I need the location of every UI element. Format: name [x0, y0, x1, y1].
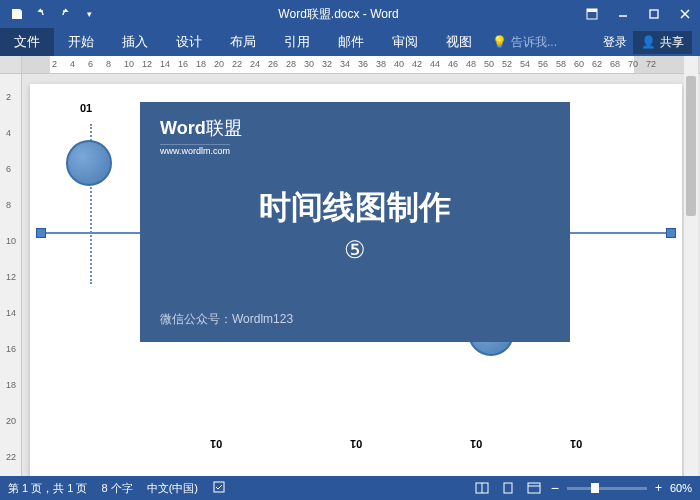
tab-view[interactable]: 视图 — [432, 28, 486, 56]
close-icon[interactable] — [670, 0, 700, 28]
svg-rect-8 — [528, 483, 540, 493]
overlay-url: www.wordlm.com — [160, 144, 230, 156]
overlay-logo: Word联盟 — [160, 116, 550, 140]
tab-home[interactable]: 开始 — [54, 28, 108, 56]
ruler-tick: 46 — [448, 59, 458, 69]
tell-me-search[interactable]: 💡 告诉我... — [492, 34, 557, 51]
zoom-slider-thumb[interactable] — [591, 483, 599, 493]
web-layout-icon[interactable] — [525, 480, 543, 496]
zoom-slider[interactable] — [567, 487, 647, 490]
tab-insert[interactable]: 插入 — [108, 28, 162, 56]
maximize-icon[interactable] — [639, 0, 669, 28]
save-icon[interactable] — [6, 3, 28, 25]
ruler-tick: 60 — [574, 59, 584, 69]
read-mode-icon[interactable] — [473, 480, 491, 496]
ruler-tick: 2 — [6, 92, 11, 102]
overlay-title: 时间线图制作 — [160, 186, 550, 230]
timeline-circle-shape[interactable] — [66, 140, 112, 186]
timeline-label: 01 — [470, 438, 482, 450]
vertical-ruler[interactable]: 246810121416182022 — [0, 74, 22, 500]
ruler-tick: 40 — [394, 59, 404, 69]
ruler-tick: 6 — [88, 59, 93, 69]
ruler-tick: 14 — [6, 308, 16, 318]
zoom-level[interactable]: 60% — [670, 482, 692, 494]
tab-file[interactable]: 文件 — [0, 28, 54, 56]
undo-icon[interactable] — [30, 3, 52, 25]
tab-review[interactable]: 审阅 — [378, 28, 432, 56]
login-link[interactable]: 登录 — [603, 34, 627, 51]
ruler-tick: 10 — [124, 59, 134, 69]
ruler-tick: 20 — [6, 416, 16, 426]
timeline-label: 01 — [570, 438, 582, 450]
scrollbar-thumb[interactable] — [686, 76, 696, 216]
ruler-tick: 52 — [502, 59, 512, 69]
window-title: Word联盟.docx - Word — [100, 6, 577, 23]
ruler-tick: 4 — [70, 59, 75, 69]
print-layout-icon[interactable] — [499, 480, 517, 496]
zoom-out-icon[interactable]: − — [551, 480, 559, 496]
overlay-number: ⑤ — [160, 236, 550, 264]
overlay-banner: Word联盟 www.wordlm.com 时间线图制作 ⑤ 微信公众号：Wor… — [140, 102, 570, 342]
page-count[interactable]: 第 1 页，共 1 页 — [8, 481, 87, 496]
overlay-footer: 微信公众号：Wordlm123 — [160, 311, 293, 328]
share-label: 共享 — [660, 34, 684, 51]
ruler-tick: 34 — [340, 59, 350, 69]
svg-rect-4 — [214, 482, 224, 492]
svg-rect-7 — [504, 483, 512, 493]
ruler-tick: 28 — [286, 59, 296, 69]
ruler-tick: 8 — [6, 200, 11, 210]
ruler-tick: 50 — [484, 59, 494, 69]
tab-layout[interactable]: 布局 — [216, 28, 270, 56]
ruler-tick: 32 — [322, 59, 332, 69]
ruler-tick: 18 — [6, 380, 16, 390]
ruler-tick: 14 — [160, 59, 170, 69]
tab-design[interactable]: 设计 — [162, 28, 216, 56]
word-count[interactable]: 8 个字 — [101, 481, 132, 496]
tell-me-label: 告诉我... — [511, 34, 557, 51]
ruler-tick: 42 — [412, 59, 422, 69]
selection-handle[interactable] — [36, 228, 46, 238]
vertical-scrollbar[interactable] — [684, 56, 698, 476]
ruler-tick: 54 — [520, 59, 530, 69]
ruler-tick: 70 — [628, 59, 638, 69]
qat-dropdown-icon[interactable]: ▾ — [78, 3, 100, 25]
ruler-tick: 12 — [142, 59, 152, 69]
timeline-label: 01 — [80, 102, 92, 114]
status-bar: 第 1 页，共 1 页 8 个字 中文(中国) − + 60% — [0, 476, 700, 500]
ruler-tick: 16 — [6, 344, 16, 354]
tab-references[interactable]: 引用 — [270, 28, 324, 56]
horizontal-ruler-row: 2468101214161820222426283032343638404244… — [0, 56, 700, 74]
tab-mailings[interactable]: 邮件 — [324, 28, 378, 56]
ruler-tick: 58 — [556, 59, 566, 69]
document-canvas[interactable]: 01 01 01 01 01 01 01 Word联盟 www.wordlm.c… — [30, 84, 682, 494]
language-status[interactable]: 中文(中国) — [147, 481, 198, 496]
ruler-tick: 2 — [52, 59, 57, 69]
ribbon-options-icon[interactable] — [577, 0, 607, 28]
share-button[interactable]: 👤 共享 — [633, 31, 692, 54]
ruler-tick: 10 — [6, 236, 16, 246]
ruler-tick: 56 — [538, 59, 548, 69]
ruler-tick: 22 — [6, 452, 16, 462]
ruler-tick: 18 — [196, 59, 206, 69]
ruler-tick: 6 — [6, 164, 11, 174]
ruler-tick: 16 — [178, 59, 188, 69]
ruler-tick: 36 — [358, 59, 368, 69]
horizontal-ruler[interactable]: 2468101214161820222426283032343638404244… — [22, 56, 700, 73]
zoom-in-icon[interactable]: + — [655, 481, 662, 495]
ruler-tick: 8 — [106, 59, 111, 69]
redo-icon[interactable] — [54, 3, 76, 25]
ruler-tick: 30 — [304, 59, 314, 69]
ruler-tick: 24 — [250, 59, 260, 69]
ribbon-tabs: 文件 开始 插入 设计 布局 引用 邮件 审阅 视图 💡 告诉我... 登录 👤… — [0, 28, 700, 56]
timeline-label: 01 — [210, 438, 222, 450]
ruler-tick: 68 — [610, 59, 620, 69]
timeline-label: 01 — [350, 438, 362, 450]
ruler-tick: 44 — [430, 59, 440, 69]
minimize-icon[interactable] — [608, 0, 638, 28]
window-controls — [577, 0, 700, 28]
ruler-corner — [0, 56, 22, 73]
ruler-tick: 4 — [6, 128, 11, 138]
proofing-icon[interactable] — [212, 480, 226, 496]
ruler-tick: 26 — [268, 59, 278, 69]
selection-handle[interactable] — [666, 228, 676, 238]
